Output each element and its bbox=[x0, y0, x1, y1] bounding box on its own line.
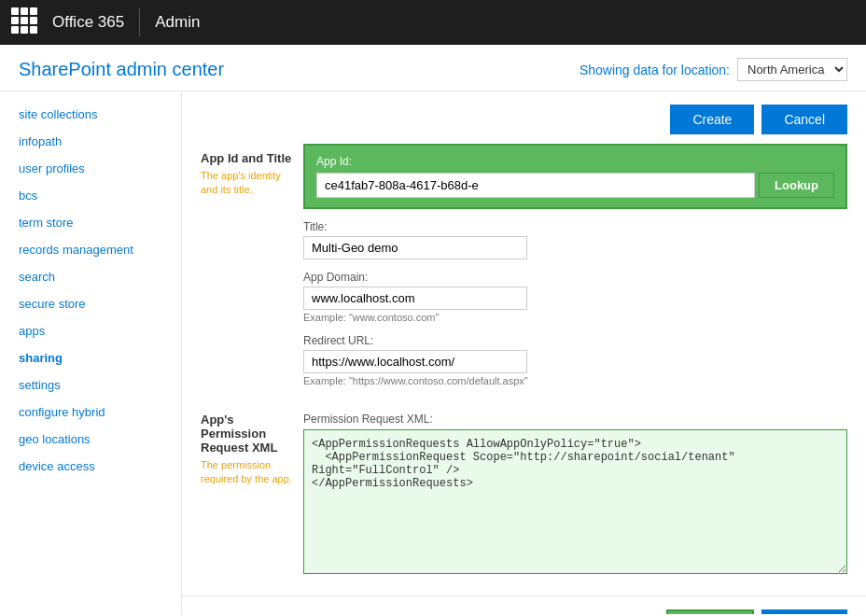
redirect-url-field-group: Redirect URL: Example: "https://www.cont… bbox=[303, 334, 847, 386]
perm-label-desc: The permission required by the app. bbox=[201, 458, 294, 487]
sub-header: SharePoint admin center Showing data for… bbox=[0, 45, 866, 91]
app-domain-example: Example: "www.contoso.com" bbox=[303, 312, 847, 323]
app-id-label-col: App Id and Title The app's identity and … bbox=[201, 144, 303, 398]
title-field-group: Title: bbox=[303, 220, 847, 259]
waffle-button[interactable] bbox=[11, 7, 41, 37]
redirect-url-label: Redirect URL: bbox=[303, 334, 847, 347]
app-id-content-col: App Id: Lookup Title: App Domain: bbox=[303, 144, 847, 398]
app-id-field-label: App Id: bbox=[316, 155, 834, 168]
app-id-input-row: Lookup bbox=[316, 173, 834, 198]
app-name: Office 365 bbox=[52, 13, 124, 32]
sidebar-item-records-management[interactable]: records management bbox=[0, 236, 181, 263]
sidebar-item-configure-hybrid[interactable]: configure hybrid bbox=[0, 399, 181, 426]
title-label: Title: bbox=[303, 220, 847, 233]
app-id-section: App Id: Lookup bbox=[303, 144, 847, 209]
perm-xml-label: Permission Request XML: bbox=[303, 413, 847, 426]
sidebar-item-device-access[interactable]: device access bbox=[0, 453, 181, 480]
sidebar-item-term-store[interactable]: term store bbox=[0, 209, 181, 236]
sidebar-item-infopath[interactable]: infopath bbox=[0, 128, 181, 155]
title-input[interactable] bbox=[303, 236, 527, 259]
sidebar-item-geo-locations[interactable]: geo locations bbox=[0, 426, 181, 453]
create-button-bottom[interactable]: Create bbox=[666, 609, 754, 614]
top-toolbar: Create Cancel bbox=[182, 91, 866, 144]
lookup-button[interactable]: Lookup bbox=[759, 173, 834, 198]
sidebar-item-settings[interactable]: settings bbox=[0, 371, 181, 399]
bottom-toolbar: Create Cancel bbox=[182, 595, 866, 614]
header-divider bbox=[139, 8, 140, 36]
app-id-label-desc: The app's identity and its title. bbox=[201, 169, 294, 198]
app-domain-field-group: App Domain: Example: "www.contoso.com" bbox=[303, 271, 847, 323]
location-label: Showing data for location: bbox=[580, 63, 730, 77]
app-id-label-main: App Id and Title bbox=[201, 151, 294, 165]
location-dropdown[interactable]: North America bbox=[737, 58, 847, 81]
perm-xml-textarea[interactable] bbox=[303, 429, 847, 574]
redirect-url-input[interactable] bbox=[303, 350, 527, 373]
perm-row: App's Permission Request XML The permiss… bbox=[201, 405, 847, 577]
sidebar-item-secure-store[interactable]: secure store bbox=[0, 290, 181, 317]
main-layout: site collections infopath user profiles … bbox=[0, 91, 866, 614]
app-domain-input[interactable] bbox=[303, 287, 527, 310]
app-id-input[interactable] bbox=[316, 173, 755, 198]
cancel-button-bottom[interactable]: Cancel bbox=[761, 609, 847, 614]
location-selector: Showing data for location: North America bbox=[580, 58, 847, 81]
sidebar-item-bcs[interactable]: bcs bbox=[0, 182, 181, 209]
app-id-row: App Id and Title The app's identity and … bbox=[201, 144, 847, 398]
sidebar-item-apps[interactable]: apps bbox=[0, 317, 181, 344]
page-title: SharePoint admin center bbox=[19, 59, 224, 80]
perm-label-main: App's Permission Request XML bbox=[201, 413, 294, 455]
header-section: Admin bbox=[155, 13, 200, 32]
sidebar-item-sharing[interactable]: sharing bbox=[0, 344, 181, 371]
main-content: Create Cancel App Id and Title The app's… bbox=[182, 91, 866, 614]
sidebar: site collections infopath user profiles … bbox=[0, 91, 182, 614]
sidebar-item-site-collections[interactable]: site collections bbox=[0, 101, 181, 128]
create-button-top[interactable]: Create bbox=[670, 105, 754, 134]
sidebar-item-user-profiles[interactable]: user profiles bbox=[0, 155, 181, 182]
redirect-url-example: Example: "https://www.contoso.com/defaul… bbox=[303, 375, 847, 386]
cancel-button-top[interactable]: Cancel bbox=[761, 105, 847, 134]
header: Office 365 Admin bbox=[0, 0, 866, 45]
perm-content-col: Permission Request XML: bbox=[303, 413, 847, 577]
perm-label-col: App's Permission Request XML The permiss… bbox=[201, 405, 303, 577]
app-domain-label: App Domain: bbox=[303, 271, 847, 284]
form-area: App Id and Title The app's identity and … bbox=[182, 144, 866, 595]
sidebar-item-search[interactable]: search bbox=[0, 263, 181, 290]
